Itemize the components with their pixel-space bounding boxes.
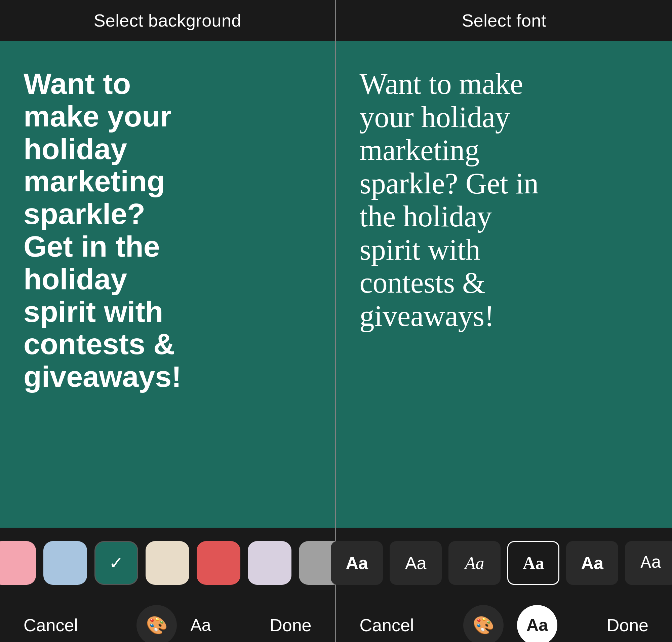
- font-options-row: Aa Aa Aa Aa Aa Aa: [331, 541, 672, 585]
- right-actions-row: Cancel 🎨 Aa Done: [346, 605, 662, 642]
- select-background-title: Select background: [94, 10, 241, 30]
- font-option-mono-label: Aa: [641, 553, 662, 573]
- palette-icon: 🎨: [146, 615, 168, 635]
- left-done-button[interactable]: Done: [270, 615, 311, 635]
- font-option-serif-label: Aa: [523, 553, 544, 573]
- right-preview-text: Want to make your holiday marketing spar…: [360, 68, 555, 333]
- right-palette-button[interactable]: 🎨: [463, 605, 504, 642]
- font-option-sans[interactable]: Aa: [331, 541, 383, 585]
- font-option-italic-label: Aa: [465, 553, 484, 573]
- left-panel: Select background Want to make your holi…: [0, 0, 336, 642]
- font-option-bold-label: Aa: [581, 553, 604, 573]
- font-option-bold[interactable]: Aa: [566, 541, 618, 585]
- font-label: Aa: [190, 615, 211, 635]
- swatch-teal[interactable]: ✓: [94, 541, 138, 585]
- right-font-aa-label: Aa: [527, 615, 548, 635]
- left-bottom-bar: ✓ Cancel 🎨 Aa Done: [0, 528, 335, 642]
- left-preview-area: Want to make your holiday marketing spar…: [0, 41, 335, 528]
- palette-button[interactable]: 🎨: [137, 605, 177, 642]
- left-cancel-button[interactable]: Cancel: [24, 615, 78, 635]
- right-palette-icon: 🎨: [473, 615, 494, 635]
- swatch-cream[interactable]: [145, 541, 189, 585]
- font-option-italic[interactable]: Aa: [449, 541, 501, 585]
- left-actions-row: Cancel 🎨 Aa Done: [10, 605, 325, 642]
- checkmark-icon: ✓: [109, 553, 124, 573]
- left-center-controls: 🎨 Aa: [137, 605, 211, 642]
- left-preview-text: Want to make your holiday marketing spar…: [24, 68, 192, 393]
- select-font-title: Select font: [462, 10, 546, 30]
- swatch-red[interactable]: [197, 541, 240, 585]
- right-header: Select font: [336, 0, 672, 41]
- right-font-circle-button[interactable]: Aa: [517, 605, 557, 642]
- swatch-lavender[interactable]: [248, 541, 292, 585]
- font-option-sans-label: Aa: [346, 553, 368, 573]
- left-header: Select background: [0, 0, 335, 41]
- font-option-sans-light-label: Aa: [405, 553, 427, 573]
- font-option-serif[interactable]: Aa: [507, 541, 559, 585]
- right-cancel-button[interactable]: Cancel: [360, 615, 414, 635]
- right-bottom-bar: Aa Aa Aa Aa Aa Aa Cancel 🎨: [336, 528, 672, 642]
- swatch-pink[interactable]: [0, 541, 36, 585]
- right-panel: Select font Want to make your holiday ma…: [336, 0, 672, 642]
- right-preview-area: Want to make your holiday marketing spar…: [336, 41, 672, 528]
- font-option-sans-light[interactable]: Aa: [390, 541, 442, 585]
- swatch-blue[interactable]: [43, 541, 87, 585]
- font-option-mono[interactable]: Aa: [625, 541, 672, 585]
- right-center-controls: 🎨 Aa: [463, 605, 557, 642]
- right-done-button[interactable]: Done: [607, 615, 648, 635]
- color-swatches-row: ✓: [0, 541, 343, 585]
